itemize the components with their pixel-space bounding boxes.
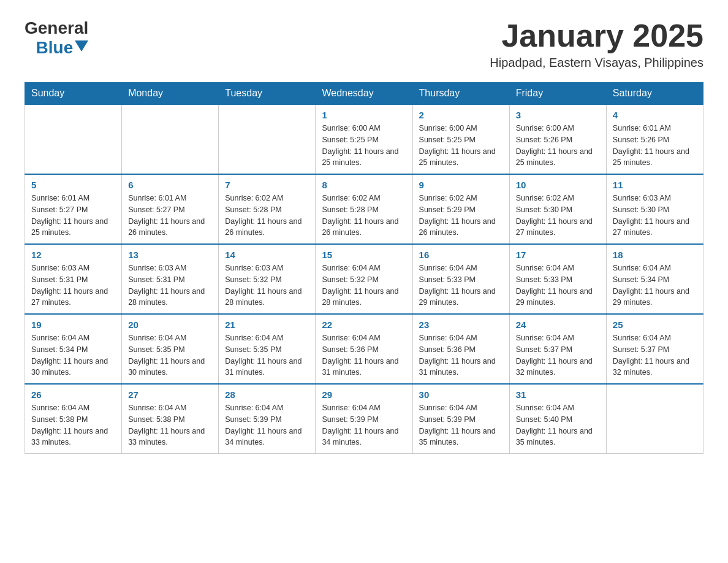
day-number: 19 [31,320,115,330]
day-info: Sunrise: 6:04 AMSunset: 5:35 PMDaylight:… [225,332,309,378]
day-number: 20 [128,320,212,330]
day-number: 13 [128,250,212,260]
calendar-cell: 22Sunrise: 6:04 AMSunset: 5:36 PMDayligh… [316,314,412,384]
weekday-header-wednesday: Wednesday [316,83,412,105]
calendar-cell: 17Sunrise: 6:04 AMSunset: 5:33 PMDayligh… [509,244,606,314]
day-number: 3 [516,110,600,120]
day-info: Sunrise: 6:04 AMSunset: 5:33 PMDaylight:… [516,262,600,308]
day-info: Sunrise: 6:04 AMSunset: 5:35 PMDaylight:… [128,332,212,378]
day-number: 25 [613,320,697,330]
day-info: Sunrise: 6:03 AMSunset: 5:32 PMDaylight:… [225,262,309,308]
day-number: 10 [516,180,600,190]
calendar-cell: 19Sunrise: 6:04 AMSunset: 5:34 PMDayligh… [25,314,122,384]
day-number: 15 [322,250,406,260]
day-info: Sunrise: 6:00 AMSunset: 5:26 PMDaylight:… [516,123,600,169]
day-info: Sunrise: 6:04 AMSunset: 5:34 PMDaylight:… [613,262,697,308]
weekday-header-sunday: Sunday [25,83,122,105]
calendar-cell: 25Sunrise: 6:04 AMSunset: 5:37 PMDayligh… [606,314,703,384]
logo-arrow-icon [75,40,88,52]
weekday-header-monday: Monday [122,83,219,105]
week-row-4: 19Sunrise: 6:04 AMSunset: 5:34 PMDayligh… [25,314,703,384]
weekday-header-saturday: Saturday [606,83,703,105]
day-number: 1 [322,110,406,120]
day-info: Sunrise: 6:01 AMSunset: 5:27 PMDaylight:… [31,193,115,239]
day-info: Sunrise: 6:04 AMSunset: 5:36 PMDaylight:… [322,332,406,378]
calendar-cell: 28Sunrise: 6:04 AMSunset: 5:39 PMDayligh… [219,384,316,454]
day-number: 9 [419,180,503,190]
calendar-cell: 1Sunrise: 6:00 AMSunset: 5:25 PMDaylight… [316,104,412,174]
day-info: Sunrise: 6:04 AMSunset: 5:39 PMDaylight:… [225,402,309,448]
location-text: Hipadpad, Eastern Visayas, Philippines [490,56,703,70]
calendar-cell: 7Sunrise: 6:02 AMSunset: 5:28 PMDaylight… [219,174,316,244]
calendar-cell: 16Sunrise: 6:04 AMSunset: 5:33 PMDayligh… [412,244,509,314]
day-number: 29 [322,389,406,400]
day-info: Sunrise: 6:00 AMSunset: 5:25 PMDaylight:… [419,123,503,169]
weekday-header-thursday: Thursday [412,83,509,105]
calendar-cell: 14Sunrise: 6:03 AMSunset: 5:32 PMDayligh… [219,244,316,314]
day-number: 17 [516,250,600,260]
title-block: January 2025 Hipadpad, Eastern Visayas, … [490,18,703,70]
day-number: 23 [419,320,503,330]
calendar-cell [219,104,316,174]
logo-general-text: General [25,18,88,38]
day-info: Sunrise: 6:02 AMSunset: 5:28 PMDaylight:… [225,193,309,239]
calendar-cell: 31Sunrise: 6:04 AMSunset: 5:40 PMDayligh… [509,384,606,454]
logo-blue-text: Blue [36,38,74,58]
day-number: 16 [419,250,503,260]
day-info: Sunrise: 6:04 AMSunset: 5:39 PMDaylight:… [419,402,503,448]
day-info: Sunrise: 6:03 AMSunset: 5:31 PMDaylight:… [31,262,115,308]
day-number: 21 [225,320,309,330]
day-number: 5 [31,180,115,190]
weekday-header-friday: Friday [509,83,606,105]
day-number: 8 [322,180,406,190]
weekday-header-tuesday: Tuesday [219,83,316,105]
day-number: 7 [225,180,309,190]
day-number: 22 [322,320,406,330]
day-info: Sunrise: 6:04 AMSunset: 5:33 PMDaylight:… [419,262,503,308]
calendar-cell: 18Sunrise: 6:04 AMSunset: 5:34 PMDayligh… [606,244,703,314]
calendar-table: SundayMondayTuesdayWednesdayThursdayFrid… [25,82,703,454]
day-number: 11 [613,180,697,190]
calendar-cell: 30Sunrise: 6:04 AMSunset: 5:39 PMDayligh… [412,384,509,454]
day-info: Sunrise: 6:02 AMSunset: 5:28 PMDaylight:… [322,193,406,239]
calendar-cell: 24Sunrise: 6:04 AMSunset: 5:37 PMDayligh… [509,314,606,384]
calendar-cell: 8Sunrise: 6:02 AMSunset: 5:28 PMDaylight… [316,174,412,244]
calendar-cell [606,384,703,454]
calendar-cell: 6Sunrise: 6:01 AMSunset: 5:27 PMDaylight… [122,174,219,244]
day-info: Sunrise: 6:02 AMSunset: 5:30 PMDaylight:… [516,193,600,239]
calendar-cell: 5Sunrise: 6:01 AMSunset: 5:27 PMDaylight… [25,174,122,244]
logo: General Blue [25,18,88,58]
day-info: Sunrise: 6:01 AMSunset: 5:26 PMDaylight:… [613,123,697,169]
month-title: January 2025 [490,18,703,53]
calendar-cell: 2Sunrise: 6:00 AMSunset: 5:25 PMDaylight… [412,104,509,174]
calendar-cell: 11Sunrise: 6:03 AMSunset: 5:30 PMDayligh… [606,174,703,244]
day-info: Sunrise: 6:04 AMSunset: 5:38 PMDaylight:… [128,402,212,448]
day-info: Sunrise: 6:04 AMSunset: 5:40 PMDaylight:… [516,402,600,448]
calendar-cell: 9Sunrise: 6:02 AMSunset: 5:29 PMDaylight… [412,174,509,244]
day-info: Sunrise: 6:04 AMSunset: 5:37 PMDaylight:… [516,332,600,378]
day-number: 12 [31,250,115,260]
week-row-5: 26Sunrise: 6:04 AMSunset: 5:38 PMDayligh… [25,384,703,454]
day-number: 27 [128,389,212,400]
day-number: 18 [613,250,697,260]
calendar-cell [25,104,122,174]
day-info: Sunrise: 6:04 AMSunset: 5:39 PMDaylight:… [322,402,406,448]
calendar-cell: 13Sunrise: 6:03 AMSunset: 5:31 PMDayligh… [122,244,219,314]
calendar-cell: 10Sunrise: 6:02 AMSunset: 5:30 PMDayligh… [509,174,606,244]
calendar-cell: 29Sunrise: 6:04 AMSunset: 5:39 PMDayligh… [316,384,412,454]
day-info: Sunrise: 6:04 AMSunset: 5:32 PMDaylight:… [322,262,406,308]
day-info: Sunrise: 6:04 AMSunset: 5:36 PMDaylight:… [419,332,503,378]
day-info: Sunrise: 6:01 AMSunset: 5:27 PMDaylight:… [128,193,212,239]
calendar-cell: 3Sunrise: 6:00 AMSunset: 5:26 PMDaylight… [509,104,606,174]
calendar-cell: 12Sunrise: 6:03 AMSunset: 5:31 PMDayligh… [25,244,122,314]
week-row-3: 12Sunrise: 6:03 AMSunset: 5:31 PMDayligh… [25,244,703,314]
day-info: Sunrise: 6:04 AMSunset: 5:38 PMDaylight:… [31,402,115,448]
calendar-cell: 20Sunrise: 6:04 AMSunset: 5:35 PMDayligh… [122,314,219,384]
day-info: Sunrise: 6:04 AMSunset: 5:37 PMDaylight:… [613,332,697,378]
day-info: Sunrise: 6:02 AMSunset: 5:29 PMDaylight:… [419,193,503,239]
calendar-cell: 21Sunrise: 6:04 AMSunset: 5:35 PMDayligh… [219,314,316,384]
day-number: 30 [419,389,503,400]
day-number: 28 [225,389,309,400]
calendar-cell [122,104,219,174]
day-info: Sunrise: 6:00 AMSunset: 5:25 PMDaylight:… [322,123,406,169]
